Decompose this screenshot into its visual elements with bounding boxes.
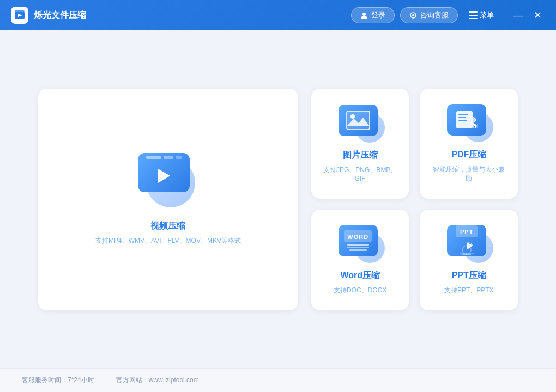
- image-card-title: 图片压缩: [343, 150, 378, 161]
- image-compression-card[interactable]: 图片压缩 支持JPG、PNG、BMP、GIF: [311, 89, 409, 199]
- svg-rect-15: [458, 117, 466, 118]
- logo-svg: [14, 9, 26, 21]
- footer: 客服服务时间：7*24小时 官方网站：www.iziptool.com: [0, 368, 556, 392]
- support-button[interactable]: 咨询客服: [400, 7, 458, 23]
- svg-rect-8: [469, 18, 478, 19]
- close-button[interactable]: ✕: [530, 8, 545, 23]
- main-content: 视频压缩 支持MP4、WMV、AVI、FLV、MOV、MKV等格式: [0, 30, 556, 368]
- video-compression-card[interactable]: 视频压缩 支持MP4、WMV、AVI、FLV、MOV、MKV等格式: [38, 89, 298, 310]
- menu-icon: [469, 11, 478, 19]
- svg-point-11: [350, 114, 355, 119]
- image-icon-wrap: [339, 105, 382, 140]
- login-button[interactable]: 登录: [351, 7, 395, 23]
- video-card-inner: 视频压缩 支持MP4、WMV、AVI、FLV、MOV、MKV等格式: [95, 153, 241, 246]
- ppt-compression-card[interactable]: PPT: [420, 210, 518, 310]
- minimize-button[interactable]: —: [510, 8, 525, 23]
- word-compression-card[interactable]: WORD Word压缩 支持DOC、DOCX: [311, 210, 409, 310]
- svg-point-5: [412, 14, 414, 16]
- app-title: 烁光文件压缩: [34, 10, 86, 21]
- video-icon-wrap: [138, 153, 198, 207]
- ppt-icon-wrap: PPT: [447, 225, 491, 260]
- word-card-subtitle: 支持DOC、DOCX: [334, 286, 386, 295]
- svg-rect-7: [469, 15, 478, 16]
- right-cards-grid: 图片压缩 支持JPG、PNG、BMP、GIF PD: [311, 89, 518, 310]
- headset-icon: [409, 11, 417, 19]
- website-url: 官方网站：www.iziptool.com: [116, 376, 199, 385]
- service-hours: 客服服务时间：7*24小时: [22, 376, 94, 385]
- video-card-subtitle: 支持MP4、WMV、AVI、FLV、MOV、MKV等格式: [95, 236, 241, 246]
- pdf-card-title: PDF压缩: [451, 149, 486, 161]
- svg-point-3: [362, 13, 366, 16]
- pdf-icon-wrap: PDF: [447, 104, 491, 139]
- header: 烁光文件压缩 登录 咨询客服 菜单 — ✕: [0, 0, 556, 30]
- svg-point-18: [472, 118, 475, 121]
- pdf-compression-card[interactable]: PDF PDF压缩 智能压缩，质量与大小兼顾: [420, 89, 518, 199]
- pdf-card-subtitle: 智能压缩，质量与大小兼顾: [431, 165, 507, 183]
- svg-rect-6: [469, 11, 478, 13]
- user-icon: [360, 11, 368, 19]
- logo-icon: [11, 7, 28, 24]
- window-controls: — ✕: [510, 8, 545, 23]
- image-card-subtitle: 支持JPG、PNG、BMP、GIF: [322, 166, 398, 182]
- video-card-title: 视频压缩: [150, 220, 185, 232]
- ppt-chart-icon: [457, 240, 476, 255]
- pdf-svg-icon: PDF: [455, 110, 478, 130]
- svg-rect-2: [15, 10, 25, 12]
- svg-rect-10: [347, 111, 370, 130]
- ppt-card-subtitle: 支持PPT、PPTX: [444, 286, 494, 295]
- word-card-title: Word压缩: [340, 270, 380, 281]
- header-actions: 登录 咨询客服 菜单 — ✕: [351, 7, 545, 23]
- menu-button[interactable]: 菜单: [463, 8, 499, 23]
- svg-rect-14: [458, 114, 468, 115]
- word-icon-wrap: WORD: [339, 225, 382, 260]
- ppt-card-title: PPT压缩: [452, 270, 486, 281]
- svg-rect-16: [458, 120, 467, 121]
- cards-container: 视频压缩 支持MP4、WMV、AVI、FLV、MOV、MKV等格式: [38, 89, 518, 310]
- image-svg-icon: [346, 110, 371, 131]
- logo-area: 烁光文件压缩: [11, 7, 86, 24]
